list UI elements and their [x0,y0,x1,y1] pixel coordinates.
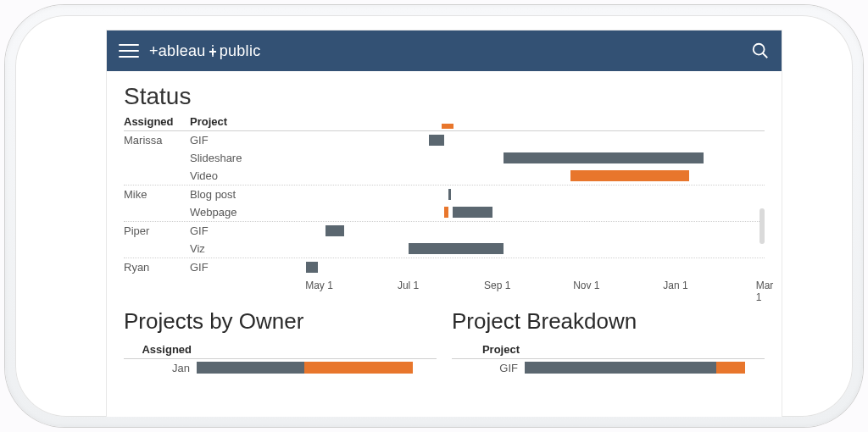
project-label: GIF [190,224,275,237]
gantt-track [275,167,765,185]
project-label: Video [190,169,275,182]
owner-label-jan: Jan [124,362,197,374]
project-bar-grey [525,362,716,374]
gantt-header: Assigned Project [124,115,765,131]
content-area: Status Assigned Project MarissaGIFSlides… [107,71,782,417]
top-bar: +ableau public [107,30,782,71]
gantt-track [275,240,765,258]
gantt-row: MikeBlog post [124,186,765,203]
projects-by-owner-panel[interactable]: Projects by Owner Assigned Jan [124,308,437,376]
owner-label: Marissa [124,134,190,147]
gantt-bar [504,152,704,163]
project-breakdown-title: Project Breakdown [452,308,765,335]
search-icon[interactable] [751,42,770,60]
gantt-track [275,131,765,149]
gantt-bar [326,225,345,236]
axis-tick: Mar 1 [756,280,774,303]
project-breakdown-panel[interactable]: Project Breakdown Project GIF [452,308,765,376]
scrollbar-thumb[interactable] [760,208,765,244]
project-label: Webpage [190,206,275,219]
axis-tick: Nov 1 [573,280,599,291]
status-title: Status [124,83,765,110]
axis-tick: May 1 [305,280,333,291]
gantt-chart[interactable]: Assigned Project MarissaGIFSlideshareVid… [124,115,765,296]
col-header-assigned: Assigned [124,115,190,128]
owner-bar-grey [197,362,304,374]
gantt-body: MarissaGIFSlideshareVideoMikeBlog postWe… [124,131,765,276]
menu-icon[interactable] [119,41,139,61]
gantt-row: RyanGIF [124,258,765,276]
mini-head-project: Project [452,343,525,359]
owner-row-jan: Jan [124,359,437,376]
owner-label: Mike [124,188,190,201]
gantt-bar [306,262,318,273]
owner-label: Piper [124,224,190,237]
project-label-gif: GIF [452,362,525,374]
gantt-row: Slideshare [124,149,765,167]
gantt-track [275,222,765,240]
gantt-bar [444,207,448,218]
owner-group: RyanGIF [124,258,765,276]
gantt-bar [409,243,504,254]
brand-separator-icon [207,43,219,58]
owner-group: PiperGIFViz [124,222,765,258]
svg-point-0 [754,44,765,55]
col-header-project: Project [190,115,275,128]
lower-panels: Projects by Owner Assigned Jan [124,308,765,376]
project-row-gif: GIF [452,359,765,376]
brand-logo: +ableau public [149,42,261,60]
gantt-track [275,186,765,203]
gantt-row: PiperGIF [124,222,765,240]
owner-group: MikeBlog postWebpage [124,186,765,222]
gantt-track [275,203,765,221]
gantt-top-marker [442,124,453,129]
phone-frame: +ableau public Status Assigned Project [5,5,863,427]
projects-by-owner-title: Projects by Owner [124,308,437,335]
phone-inner: +ableau public Status Assigned Project [15,15,853,417]
gantt-bar [570,170,689,181]
gantt-row: Video [124,167,765,185]
project-label: Viz [190,242,275,255]
gantt-bar [429,135,444,146]
gantt-track [275,258,765,276]
axis-tick: Jan 1 [663,280,687,291]
mini-head-assigned: Assigned [124,343,197,359]
project-label: Slideshare [190,152,275,164]
app-screen: +ableau public Status Assigned Project [107,30,782,417]
gantt-bar [448,189,452,200]
gantt-row: Webpage [124,203,765,221]
owner-label: Ryan [124,261,190,274]
brand-part2: public [220,42,261,60]
project-bar-orange [716,362,745,374]
gantt-bar [453,207,492,218]
project-label: Blog post [190,188,275,201]
owner-group: MarissaGIFSlideshareVideo [124,131,765,186]
owner-bar-orange [304,362,412,374]
axis-tick: Jul 1 [398,280,419,291]
project-label: GIF [190,261,275,274]
svg-line-1 [763,53,768,58]
project-label: GIF [190,134,275,147]
gantt-axis: May 1Jul 1Sep 1Nov 1Jan 1Mar 1 [275,276,765,296]
gantt-track [275,149,765,167]
brand-part1: +ableau [149,42,206,60]
gantt-row: MarissaGIF [124,131,765,149]
gantt-row: Viz [124,240,765,258]
axis-tick: Sep 1 [484,280,510,291]
